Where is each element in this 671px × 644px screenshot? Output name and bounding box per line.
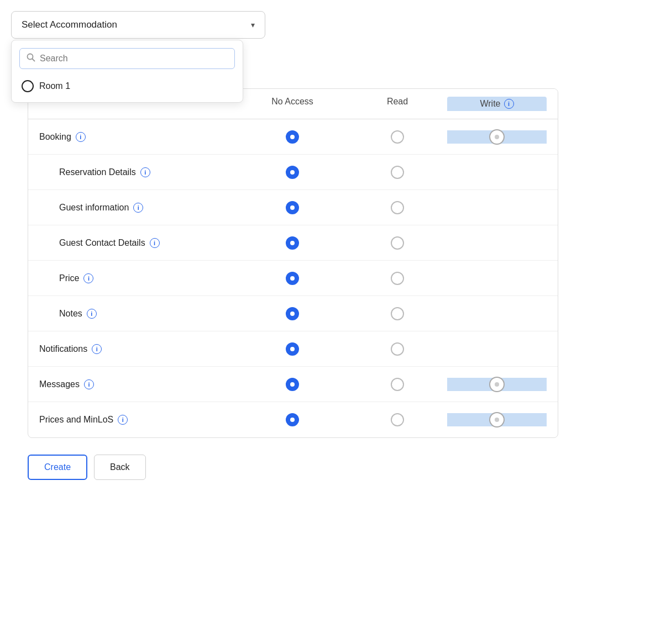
row-label-guest-info: Guest information i bbox=[39, 203, 237, 213]
permissions-table: No Access Read Write i Booking i Reserva… bbox=[28, 88, 558, 438]
search-box bbox=[19, 48, 235, 69]
radio-empty-icon[interactable] bbox=[391, 236, 404, 250]
option-label: Room 1 bbox=[39, 81, 70, 91]
write-info-icon[interactable]: i bbox=[504, 99, 514, 109]
radio-white-filled-icon[interactable] bbox=[490, 413, 504, 426]
notes-read-cell[interactable] bbox=[348, 307, 447, 320]
col-header-read: Read bbox=[348, 97, 447, 111]
radio-filled-icon[interactable] bbox=[286, 201, 299, 214]
messages-no-access-cell[interactable] bbox=[237, 378, 348, 391]
guest-contact-no-access-cell[interactable] bbox=[237, 236, 348, 250]
table-row: Reservation Details i bbox=[28, 155, 558, 190]
search-input[interactable] bbox=[40, 54, 228, 64]
guest-info-icon[interactable]: i bbox=[133, 203, 143, 213]
row-label-booking: Booking i bbox=[39, 132, 237, 142]
radio-empty-icon[interactable] bbox=[391, 201, 404, 214]
notifications-read-cell[interactable] bbox=[348, 342, 447, 356]
radio-filled-icon[interactable] bbox=[286, 378, 299, 391]
radio-empty-icon[interactable] bbox=[391, 166, 404, 179]
dropdown-option-room1[interactable]: Room 1 bbox=[19, 76, 235, 97]
radio-filled-icon[interactable] bbox=[286, 236, 299, 250]
radio-filled-icon[interactable] bbox=[286, 307, 299, 320]
messages-info-icon[interactable]: i bbox=[84, 379, 94, 389]
table-row: Guest Contact Details i bbox=[28, 225, 558, 261]
col-header-no-access: No Access bbox=[237, 97, 348, 111]
table-row: Notes i bbox=[28, 296, 558, 331]
guest-info-no-access-cell[interactable] bbox=[237, 201, 348, 214]
dropdown-selected-label: Select Accommodation bbox=[22, 19, 117, 30]
guest-info-read-cell[interactable] bbox=[348, 201, 447, 214]
messages-write-cell[interactable] bbox=[447, 378, 547, 391]
table-row: Messages i bbox=[28, 367, 558, 402]
prices-minlos-no-access-cell[interactable] bbox=[237, 413, 348, 426]
radio-white-filled-icon[interactable] bbox=[490, 378, 504, 391]
radio-unselected-icon bbox=[22, 80, 34, 92]
guest-contact-info-icon[interactable]: i bbox=[150, 238, 160, 248]
chevron-down-icon: ▾ bbox=[251, 20, 255, 29]
row-label-price: Price i bbox=[39, 273, 237, 283]
bottom-buttons: Create Back bbox=[28, 455, 660, 480]
radio-empty-icon[interactable] bbox=[391, 130, 404, 144]
booking-info-icon[interactable]: i bbox=[76, 132, 86, 142]
radio-filled-icon[interactable] bbox=[286, 342, 299, 356]
dropdown-select-button[interactable]: Select Accommodation ▾ bbox=[11, 11, 265, 39]
row-label-notifications: Notifications i bbox=[39, 344, 237, 354]
radio-empty-icon[interactable] bbox=[391, 378, 404, 391]
table-row: Price i bbox=[28, 261, 558, 296]
reservation-read-cell[interactable] bbox=[348, 166, 447, 179]
row-label-guest-contact: Guest Contact Details i bbox=[39, 238, 237, 248]
radio-empty-icon[interactable] bbox=[391, 272, 404, 285]
table-row: Guest information i bbox=[28, 190, 558, 225]
create-button[interactable]: Create bbox=[28, 455, 87, 480]
search-icon bbox=[27, 53, 35, 64]
table-row: Booking i bbox=[28, 119, 558, 155]
booking-read-cell[interactable] bbox=[348, 130, 447, 144]
notifications-info-icon[interactable]: i bbox=[92, 344, 102, 354]
radio-white-filled-icon[interactable] bbox=[490, 130, 504, 144]
price-read-cell[interactable] bbox=[348, 272, 447, 285]
radio-filled-icon[interactable] bbox=[286, 413, 299, 426]
row-label-reservation-details: Reservation Details i bbox=[39, 167, 237, 177]
messages-read-cell[interactable] bbox=[348, 378, 447, 391]
notes-no-access-cell[interactable] bbox=[237, 307, 348, 320]
radio-filled-icon[interactable] bbox=[286, 272, 299, 285]
col-header-write: Write i bbox=[447, 97, 547, 111]
notes-info-icon[interactable]: i bbox=[87, 309, 97, 319]
dropdown-panel: Room 1 bbox=[11, 40, 243, 103]
booking-no-access-cell[interactable] bbox=[237, 130, 348, 144]
prices-minlos-read-cell[interactable] bbox=[348, 413, 447, 426]
accommodation-dropdown[interactable]: Select Accommodation ▾ Room 1 bbox=[11, 11, 265, 39]
row-label-messages: Messages i bbox=[39, 379, 237, 389]
reservation-no-access-cell[interactable] bbox=[237, 166, 348, 179]
notifications-no-access-cell[interactable] bbox=[237, 342, 348, 356]
guest-contact-read-cell[interactable] bbox=[348, 236, 447, 250]
price-info-icon[interactable]: i bbox=[83, 273, 93, 283]
booking-write-cell[interactable] bbox=[447, 130, 547, 144]
radio-filled-icon[interactable] bbox=[286, 166, 299, 179]
prices-minlos-info-icon[interactable]: i bbox=[118, 415, 128, 425]
prices-minlos-write-cell[interactable] bbox=[447, 413, 547, 426]
radio-empty-icon[interactable] bbox=[391, 307, 404, 320]
row-label-prices-minlos: Prices and MinLoS i bbox=[39, 415, 237, 425]
radio-filled-icon[interactable] bbox=[286, 130, 299, 144]
radio-empty-icon[interactable] bbox=[391, 342, 404, 356]
table-row: Notifications i bbox=[28, 331, 558, 367]
table-row: Prices and MinLoS i bbox=[28, 402, 558, 437]
back-button[interactable]: Back bbox=[94, 455, 146, 480]
price-no-access-cell[interactable] bbox=[237, 272, 348, 285]
svg-line-1 bbox=[33, 59, 35, 61]
row-label-notes: Notes i bbox=[39, 309, 237, 319]
radio-empty-icon[interactable] bbox=[391, 413, 404, 426]
reservation-details-info-icon[interactable]: i bbox=[140, 167, 150, 177]
